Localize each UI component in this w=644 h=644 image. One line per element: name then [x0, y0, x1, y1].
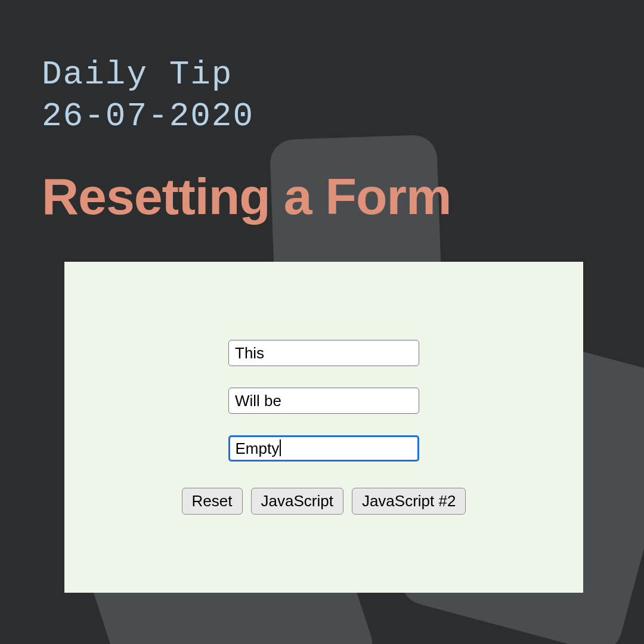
text-input-2[interactable]: Will be [228, 388, 419, 414]
header-date: 26-07-2020 [42, 95, 602, 137]
input-value-2: Will be [235, 392, 281, 410]
text-input-3[interactable]: Empty [228, 435, 419, 462]
text-input-1[interactable]: This [228, 340, 419, 366]
page-title: Resetting a Form [42, 167, 602, 226]
text-caret [280, 439, 281, 456]
input-value-3: Empty [236, 439, 280, 458]
header-block: Daily Tip 26-07-2020 [42, 54, 602, 137]
javascript-button[interactable]: JavaScript [251, 488, 343, 515]
reset-button[interactable]: Reset [182, 488, 243, 515]
javascript-2-button[interactable]: JavaScript #2 [352, 488, 466, 515]
button-row: Reset JavaScript JavaScript #2 [182, 488, 466, 515]
form-panel: This Will be Empty Reset JavaScript Java… [64, 262, 583, 593]
header-label: Daily Tip [42, 54, 602, 95]
input-value-1: This [235, 344, 264, 363]
content-container: Daily Tip 26-07-2020 Resetting a Form Th… [0, 0, 644, 593]
